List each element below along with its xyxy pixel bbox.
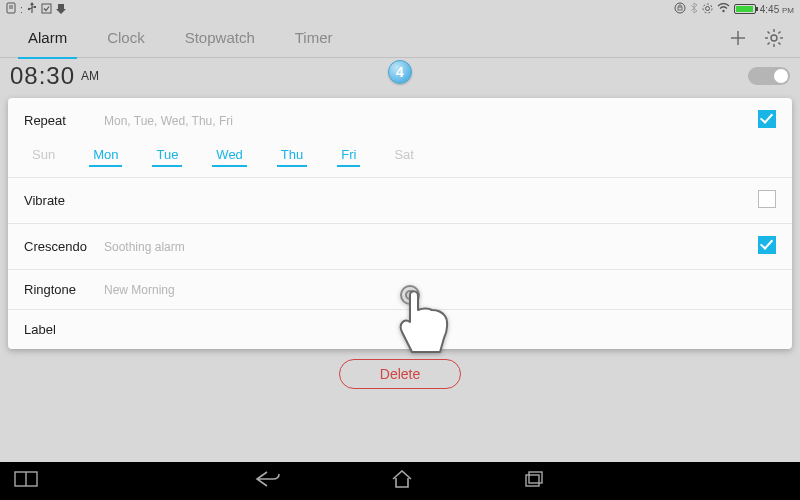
day-tue[interactable]: Tue [152,147,182,167]
day-wed[interactable]: Wed [212,147,247,167]
svg-line-24 [778,42,780,44]
crescendo-value: Soothing alarm [104,240,185,254]
svg-marker-10 [56,4,66,14]
svg-rect-9 [42,4,51,13]
delete-wrap: Delete [0,349,800,399]
repeat-summary: Mon, Tue, Wed, Thu, Fri [104,114,233,128]
crescendo-label: Crescendo [24,239,104,254]
svg-line-26 [778,31,780,33]
svg-line-25 [768,42,770,44]
vibrate-checkbox[interactable] [758,190,776,208]
label-label: Label [24,322,104,337]
nav-recent[interactable] [523,470,545,492]
status-bar: : 4:45 PM [0,0,800,18]
svg-rect-29 [526,475,539,486]
ringtone-label: Ringtone [24,282,104,297]
add-alarm-button[interactable] [720,20,756,56]
day-sun[interactable]: Sun [28,147,59,167]
alarm-time-row: 08:30 AM 4 [0,58,800,94]
repeat-checkbox[interactable] [758,110,776,128]
android-nav-bar [0,462,800,500]
orientation-lock-icon [674,2,686,16]
svg-point-14 [703,4,712,13]
day-sat[interactable]: Sat [390,147,418,167]
day-thu[interactable]: Thu [277,147,307,167]
battery-icon [734,4,756,14]
nav-back[interactable] [255,470,281,492]
alarm-settings-card: Repeat Mon, Tue, Wed, Thu, Fri Sun Mon T… [8,98,792,349]
ringtone-value: New Morning [104,283,175,297]
crescendo-row[interactable]: Crescendo Soothing alarm [8,224,792,270]
settings-button[interactable] [756,20,792,56]
tab-timer[interactable]: Timer [275,18,353,58]
tab-clock[interactable]: Clock [87,18,165,58]
alarm-ampm: AM [81,69,99,83]
status-right: 4:45 PM [674,2,794,16]
status-separator: : [20,4,23,15]
alarm-enable-toggle[interactable] [748,67,790,85]
repeat-row[interactable]: Repeat Mon, Tue, Wed, Thu, Fri Sun Mon T… [8,98,792,178]
svg-marker-4 [30,2,34,5]
day-mon[interactable]: Mon [89,147,122,167]
alarm-time[interactable]: 08:30 [10,62,75,90]
sync-icon [41,3,52,16]
ringtone-row[interactable]: Ringtone New Morning [8,270,792,310]
delete-button[interactable]: Delete [339,359,461,389]
wifi-icon [717,3,730,15]
svg-point-18 [771,35,777,41]
tab-bar: Alarm Clock Stopwatch Timer [0,18,800,58]
usb-icon [27,2,37,16]
svg-rect-30 [529,472,542,483]
svg-point-15 [722,10,724,12]
repeat-label: Repeat [24,113,104,128]
status-left: : [6,2,66,16]
label-row[interactable]: Label [8,310,792,349]
day-fri[interactable]: Fri [337,147,360,167]
status-time: 4:45 PM [760,4,794,15]
gps-icon [702,3,713,16]
crescendo-checkbox[interactable] [758,236,776,254]
vibrate-row[interactable]: Vibrate [8,178,792,224]
day-picker: Sun Mon Tue Wed Thu Fri Sat [24,147,776,171]
tab-stopwatch[interactable]: Stopwatch [165,18,275,58]
svg-rect-12 [678,7,682,10]
tab-alarm[interactable]: Alarm [8,18,87,58]
svg-line-23 [768,31,770,33]
step-badge: 4 [388,60,412,84]
bluetooth-icon [690,2,698,16]
vibrate-label: Vibrate [24,193,104,208]
download-icon [56,3,66,16]
nav-home[interactable] [391,470,413,492]
nav-recent-left[interactable] [14,470,38,492]
svg-point-13 [705,6,709,10]
sim-icon [6,2,16,16]
